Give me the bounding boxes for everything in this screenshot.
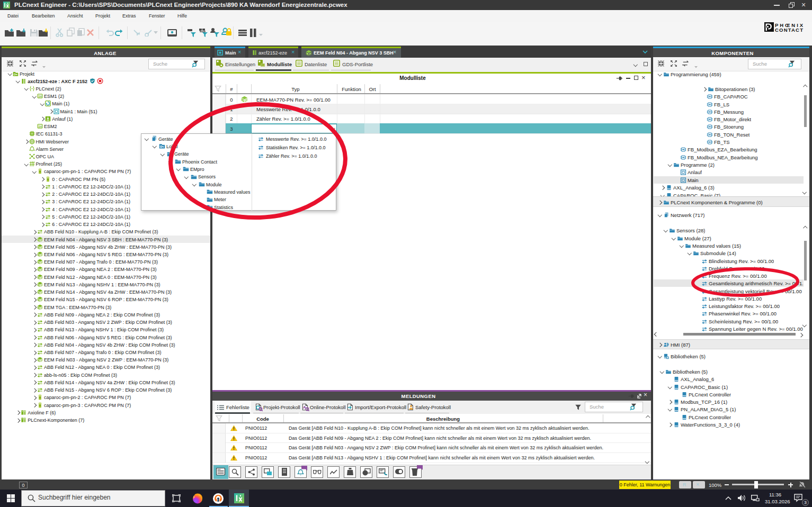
svg-text:CONTACT: CONTACT [775,27,803,33]
